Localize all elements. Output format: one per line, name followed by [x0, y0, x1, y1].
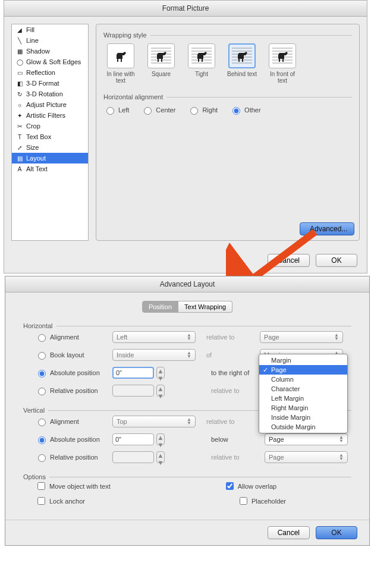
h-absolute-input[interactable]: 0" — [112, 367, 154, 379]
tab-position[interactable]: Position — [142, 301, 178, 313]
wrap-option-tight[interactable]: Tight — [184, 43, 219, 84]
sidebar-item-crop[interactable]: ✂Crop — [12, 121, 88, 131]
sidebar-item-artistic-filters[interactable]: ✦Artistic Filters — [12, 110, 88, 121]
wrap-label: Square — [144, 71, 178, 84]
v-relative-input[interactable] — [112, 451, 154, 463]
ok-button[interactable]: OK — [316, 254, 357, 267]
placeholder-checkbox[interactable] — [240, 497, 247, 505]
sidebar-item-label: Reflection — [26, 69, 55, 76]
halign-legend: Horizontal alignment — [103, 93, 163, 100]
sidebar-item-glow-soft-edges[interactable]: ◯Glow & Soft Edges — [12, 56, 88, 67]
sidebar-item-label: Line — [26, 37, 39, 44]
dropdown-option-outside-margin[interactable]: Outside Margin — [259, 422, 347, 432]
sidebar-item-shadow[interactable]: ▦Shadow — [12, 46, 88, 56]
svg-rect-5 — [202, 59, 203, 62]
cancel-button[interactable]: Cancel — [268, 526, 310, 539]
layout-panel: Wrapping style In line with textSquareTi… — [96, 24, 360, 241]
format-picture-dialog: Format Picture ◢Fill╲Line▦Shadow◯Glow & … — [4, 0, 367, 273]
svg-rect-6 — [238, 59, 240, 62]
sidebar-item-label: 3-D Format — [26, 80, 59, 87]
v-relative-radio[interactable] — [38, 454, 46, 462]
adjust-icon: ☼ — [15, 100, 24, 109]
crop-icon: ✂ — [15, 122, 24, 130]
h-absolute-radio[interactable] — [38, 370, 46, 378]
h-alignment-select[interactable]: Left▲▼ — [112, 331, 196, 343]
sidebar-item-reflection[interactable]: ▭Reflection — [12, 67, 88, 78]
layout-icon: ▤ — [15, 154, 24, 162]
v-alignment-select[interactable]: Top▲▼ — [112, 416, 196, 427]
sidebar-item-line[interactable]: ╲Line — [12, 35, 88, 46]
sidebar-item-label: Artistic Filters — [26, 112, 65, 119]
rel-dropdown-popup[interactable]: Margin✓PageColumnCharacterLeft MarginRig… — [259, 354, 348, 433]
tab-text-wrapping[interactable]: Text Wrapping — [178, 301, 232, 313]
textbox-icon: T — [15, 133, 24, 141]
wrap-label: In line with text — [103, 71, 138, 84]
dropdown-option-inside-margin[interactable]: Inside Margin — [259, 413, 347, 422]
wrap-option-in-line-with-text[interactable]: In line with text — [103, 43, 138, 84]
dropdown-option-column[interactable]: Column — [259, 375, 347, 384]
dropdown-option-right-margin[interactable]: Right Margin — [259, 403, 347, 413]
move-object-checkbox[interactable] — [37, 482, 45, 490]
dropdown-option-page[interactable]: ✓Page — [259, 365, 347, 375]
h-absolute-stepper[interactable]: ▲▼ — [156, 367, 165, 379]
tabs: Position Text Wrapping — [23, 301, 351, 313]
wrap-label: Behind text — [225, 71, 259, 84]
sidebar-item-fill[interactable]: ◢Fill — [12, 24, 88, 35]
sidebar-item-3-d-format[interactable]: ◧3-D Format — [12, 78, 88, 89]
halign-left[interactable]: Left — [103, 105, 129, 115]
dropdown-option-margin[interactable]: Margin — [259, 356, 347, 365]
allow-overlap-checkbox[interactable] — [226, 482, 234, 490]
h-alignment-rel-select[interactable]: Page▲▼ — [260, 331, 343, 343]
h-relative-input[interactable] — [112, 385, 154, 397]
sidebar-item-label: Glow & Soft Edges — [26, 58, 81, 65]
sidebar-item-label: Shadow — [26, 48, 50, 55]
wrap-option-in-front-of-text[interactable]: In front of text — [265, 43, 300, 84]
line-icon: ╲ — [15, 36, 24, 45]
wrap-option-behind-text[interactable]: Behind text — [225, 43, 259, 84]
sidebar-item-label: 3-D Rotation — [26, 90, 63, 98]
wrap-icon — [188, 43, 215, 68]
dropdown-option-character[interactable]: Character — [259, 384, 347, 394]
halign-right[interactable]: Right — [187, 105, 218, 115]
wrap-icon — [269, 43, 296, 68]
wrap-label: In front of text — [265, 71, 300, 84]
sidebar-item-adjust-picture[interactable]: ☼Adjust Picture — [12, 99, 88, 110]
v-absolute-radio[interactable] — [38, 436, 46, 444]
advanced-button[interactable]: Advanced... — [300, 222, 354, 235]
svg-rect-2 — [158, 59, 159, 62]
h-relative-radio[interactable] — [38, 388, 46, 395]
h-book-select[interactable]: Inside▲▼ — [112, 349, 196, 361]
wrap-option-square[interactable]: Square — [144, 43, 178, 84]
ok-button[interactable]: OK — [316, 526, 357, 539]
v-alignment-radio[interactable] — [38, 419, 46, 426]
v-relative-stepper[interactable]: ▲▼ — [156, 451, 165, 463]
dropdown-option-left-margin[interactable]: Left Margin — [259, 394, 347, 403]
h-relative-stepper[interactable]: ▲▼ — [156, 385, 165, 397]
halign-other[interactable]: Other — [229, 105, 261, 115]
cancel-button[interactable]: Cancel — [268, 254, 310, 267]
filters-icon: ✦ — [15, 111, 24, 120]
sidebar-item-alt-text[interactable]: AAlt Text — [12, 163, 88, 174]
halign-center[interactable]: Center — [141, 105, 175, 115]
sidebar-item-label: Crop — [26, 122, 40, 130]
v-absolute-stepper[interactable]: ▲▼ — [156, 433, 165, 445]
paint-bucket-icon: ◢ — [15, 26, 24, 34]
sidebar-item-text-box[interactable]: TText Box — [12, 131, 88, 142]
sidebar-item-size[interactable]: ⤢Size — [12, 142, 88, 153]
box3d-icon: ◧ — [15, 79, 24, 87]
v-relative-rel-select[interactable]: Page▲▼ — [265, 451, 348, 463]
wrapping-options: In line with textSquareTightBehind textI… — [103, 43, 352, 84]
options-legend: Options — [23, 473, 46, 480]
lock-anchor-checkbox[interactable] — [37, 497, 45, 505]
v-absolute-rel-select[interactable]: Page▲▼ — [265, 433, 348, 445]
sidebar-item-layout[interactable]: ▤Layout — [12, 153, 88, 163]
v-absolute-input[interactable]: 0" — [112, 433, 154, 445]
wrap-icon — [147, 43, 175, 68]
svg-rect-8 — [279, 59, 280, 62]
h-book-radio[interactable] — [38, 352, 46, 360]
sidebar-item-3-d-rotation[interactable]: ↻3-D Rotation — [12, 89, 88, 99]
glow-icon: ◯ — [15, 58, 24, 66]
h-alignment-radio[interactable] — [38, 334, 46, 342]
wrap-icon — [107, 43, 134, 68]
svg-rect-3 — [161, 59, 162, 62]
